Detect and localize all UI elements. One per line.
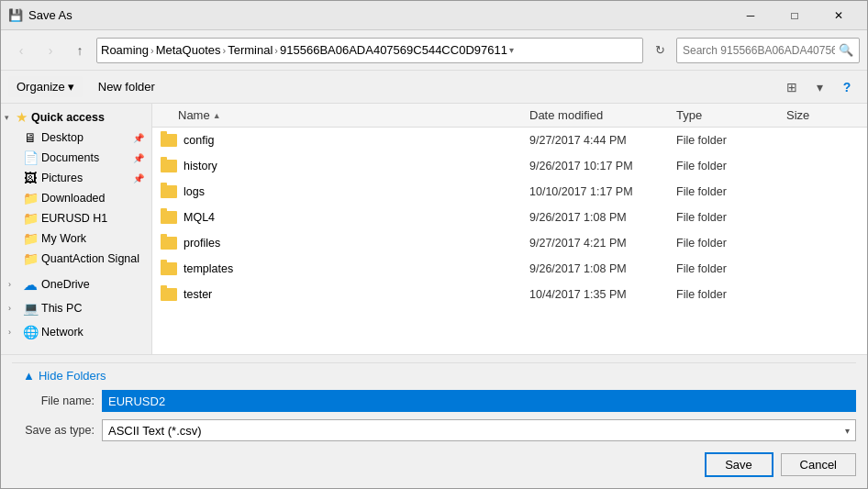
file-name: profiles <box>184 237 529 250</box>
savetype-value: ASCII Text (*.csv) <box>108 424 202 438</box>
view-buttons: ⊞ ▾ ? <box>779 76 860 98</box>
up-button[interactable]: ↑ <box>67 38 93 63</box>
sidebar-item-eurusd[interactable]: 📁 EURUSD H1 <box>1 208 151 228</box>
help-button[interactable]: ? <box>834 76 860 98</box>
table-row[interactable]: history 9/26/2017 10:17 PM File folder <box>152 153 867 179</box>
documents-icon: 📄 <box>23 150 38 165</box>
filename-row: File name: <box>12 390 856 412</box>
table-row[interactable]: logs 10/10/2017 1:17 PM File folder <box>152 179 867 205</box>
breadcrumb-terminal: Terminal › <box>228 43 278 57</box>
onedrive-icon: ☁ <box>23 277 38 292</box>
sidebar-item-pictures[interactable]: 🖼 Pictures 📌 <box>1 168 151 188</box>
folder-icon <box>160 157 178 175</box>
sidebar-item-quantaction[interactable]: 📁 QuantAction Signal <box>1 249 151 269</box>
savetype-label: Save as type: <box>12 424 95 437</box>
table-row[interactable]: profiles 9/27/2017 4:21 PM File folder <box>152 230 867 256</box>
window-icon: 💾 <box>8 8 23 23</box>
pin-icon-docs: 📌 <box>133 153 144 163</box>
quick-access-section: ▾ ★ Quick access 🖥 Desktop 📌 📄 Documents… <box>1 107 151 269</box>
onedrive-arrow-icon: › <box>8 280 19 289</box>
refresh-button[interactable]: ↻ <box>647 38 673 63</box>
col-header-name[interactable]: Name ▲ <box>178 108 529 122</box>
file-type: File folder <box>676 288 786 301</box>
sidebar-item-documents[interactable]: 📄 Documents 📌 <box>1 148 151 168</box>
cancel-button[interactable]: Cancel <box>781 453 856 476</box>
breadcrumb-metaquotes: MetaQuotes › <box>156 43 227 57</box>
view-dropdown-button[interactable]: ▾ <box>807 76 832 98</box>
back-button[interactable]: ‹ <box>8 38 34 63</box>
savetype-select[interactable]: ASCII Text (*.csv) ▾ <box>102 419 856 441</box>
file-name: history <box>184 160 529 172</box>
col-header-date[interactable]: Date modified <box>529 108 676 122</box>
file-date: 9/26/2017 10:17 PM <box>529 160 676 172</box>
pictures-icon: 🖼 <box>23 171 38 185</box>
hide-folders-button[interactable]: ▲ Hide Folders <box>23 369 106 383</box>
quick-access-star-icon: ★ <box>16 109 28 126</box>
organize-button[interactable]: Organize ▾ <box>8 76 83 97</box>
close-button[interactable]: ✕ <box>818 1 860 30</box>
sidebar-item-mywork[interactable]: 📁 My Work <box>1 228 151 249</box>
view-mode-button[interactable]: ⊞ <box>779 76 805 98</box>
sidebar-item-onedrive[interactable]: › ☁ OneDrive <box>1 274 151 295</box>
file-type: File folder <box>676 262 786 275</box>
save-as-dialog: 💾 Save As ─ □ ✕ ‹ › ↑ Roaming › MetaQuot… <box>0 0 868 489</box>
sidebar-item-desktop[interactable]: 🖥 Desktop 📌 <box>1 128 151 148</box>
folder-icon <box>160 260 178 278</box>
file-type: File folder <box>676 211 786 224</box>
file-date: 9/27/2017 4:21 PM <box>529 237 676 250</box>
maximize-button[interactable]: □ <box>773 1 816 30</box>
file-date: 9/27/2017 4:44 PM <box>529 134 676 147</box>
quick-access-header[interactable]: ▾ ★ Quick access <box>1 107 151 128</box>
breadcrumb-folder: 915566BA06ADA407569C544CC0D97611 ▾ <box>280 43 514 57</box>
file-date: 9/26/2017 1:08 PM <box>529 262 676 275</box>
desktop-icon: 🖥 <box>23 130 38 145</box>
organize-chevron-icon: ▾ <box>68 80 74 94</box>
bottom-buttons: Save Cancel <box>12 449 856 481</box>
table-row[interactable]: templates 9/26/2017 1:08 PM File folder <box>152 256 867 282</box>
breadcrumb-roaming: Roaming › <box>101 43 154 57</box>
file-date: 10/4/2017 1:35 PM <box>529 288 676 301</box>
address-bar[interactable]: Roaming › MetaQuotes › Terminal › 915566… <box>96 38 643 63</box>
folder-icon <box>160 234 178 252</box>
window-controls: ─ □ ✕ <box>729 1 860 30</box>
file-type: File folder <box>676 160 786 172</box>
thispc-arrow-icon: › <box>8 304 19 313</box>
sidebar-item-downloaded[interactable]: 📁 Downloaded <box>1 188 151 208</box>
table-row[interactable]: MQL4 9/26/2017 1:08 PM File folder <box>152 205 867 230</box>
address-toolbar: ‹ › ↑ Roaming › MetaQuotes › Terminal › … <box>1 30 867 71</box>
new-folder-button[interactable]: New folder <box>90 76 163 97</box>
quick-access-arrow-icon: ▾ <box>5 113 16 122</box>
search-input[interactable] <box>683 44 835 57</box>
file-name: MQL4 <box>184 211 529 224</box>
search-box[interactable]: 🔍 <box>676 38 860 63</box>
bottom-divider: ▲ Hide Folders <box>12 362 856 383</box>
file-date: 9/26/2017 1:08 PM <box>529 211 676 224</box>
files-list: config 9/27/2017 4:44 PM File folder his… <box>152 128 867 354</box>
col-header-size[interactable]: Size <box>786 108 860 122</box>
savetype-row: Save as type: ASCII Text (*.csv) ▾ <box>12 419 856 441</box>
quantaction-folder-icon: 📁 <box>23 251 38 266</box>
new-folder-label: New folder <box>98 80 155 94</box>
savetype-dropdown-icon: ▾ <box>845 426 850 436</box>
sidebar-item-thispc[interactable]: › 💻 This PC <box>1 298 151 318</box>
network-icon: 🌐 <box>23 325 38 339</box>
mywork-folder-icon: 📁 <box>23 231 38 246</box>
files-header: Name ▲ Date modified Type Size <box>152 104 867 128</box>
file-type: File folder <box>676 134 786 147</box>
sidebar-item-network[interactable]: › 🌐 Network <box>1 322 151 342</box>
filename-label: File name: <box>12 395 95 407</box>
minimize-button[interactable]: ─ <box>729 1 772 30</box>
col-header-type[interactable]: Type <box>676 108 786 122</box>
quick-access-label: Quick access <box>31 111 105 124</box>
table-row[interactable]: tester 10/4/2017 1:35 PM File folder <box>152 282 867 307</box>
table-row[interactable]: config 9/27/2017 4:44 PM File folder <box>152 128 867 153</box>
save-button[interactable]: Save <box>705 452 773 477</box>
file-name: config <box>184 134 529 147</box>
bottom-section: ▲ Hide Folders File name: Save as type: … <box>1 354 867 488</box>
filename-input[interactable] <box>102 390 856 412</box>
search-icon: 🔍 <box>839 43 853 57</box>
forward-button[interactable]: › <box>38 38 63 63</box>
hide-folders-label: Hide Folders <box>39 369 106 383</box>
file-type: File folder <box>676 185 786 198</box>
pin-icon: 📌 <box>133 133 144 143</box>
